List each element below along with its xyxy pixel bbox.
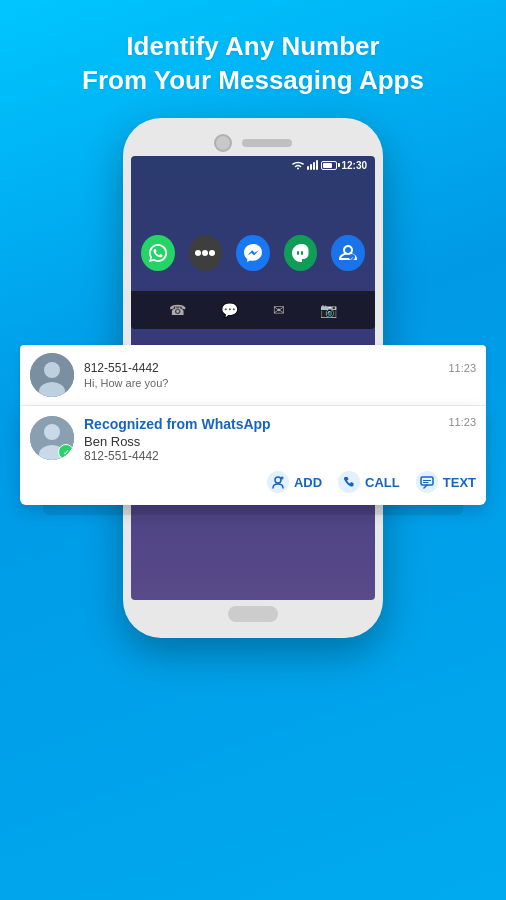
add-icon	[267, 471, 289, 493]
nav-mail-icon: ✉	[273, 302, 285, 318]
notif1-time: 11:23	[448, 362, 476, 374]
battery-icon	[321, 161, 337, 170]
notification-shadow	[43, 505, 462, 515]
app-icons-row: ✓	[131, 175, 375, 291]
wifi-icon	[292, 160, 304, 170]
hangouts-icon[interactable]	[284, 235, 318, 271]
svg-point-1	[202, 250, 208, 256]
headline-line1: Identify Any Number	[126, 31, 379, 61]
avatar-image-1	[30, 353, 74, 397]
svg-rect-3	[297, 251, 299, 255]
contact-number: 812-551-4442	[84, 449, 438, 463]
phone-nav-bar: ☎ 💬 ✉ 📷	[131, 291, 375, 329]
phone-home-button[interactable]	[228, 606, 278, 622]
phone-top-bar	[131, 128, 375, 156]
card2-header: ✓ Recognized from WhatsApp Ben Ross 812-…	[30, 416, 476, 463]
call-label: CALL	[365, 475, 400, 490]
call-button[interactable]: CALL	[338, 471, 400, 493]
whatsapp-icon[interactable]	[141, 235, 175, 271]
nav-phone-icon: ☎	[169, 302, 186, 318]
avatar-2: ✓	[30, 416, 74, 460]
status-icons	[292, 160, 337, 170]
svg-rect-4	[301, 251, 303, 255]
contact-name: Ben Ross	[84, 434, 438, 449]
notif1-content: 812-551-4442 11:23 Hi, How are you?	[84, 361, 476, 389]
text-icon	[416, 471, 438, 493]
headline: Identify Any Number From Your Messaging …	[62, 30, 444, 98]
notif1-message: Hi, How are you?	[84, 377, 476, 389]
signal-icon	[307, 160, 318, 170]
notif1-header: 812-551-4442 11:23	[84, 361, 476, 375]
svg-text:✓: ✓	[350, 255, 354, 261]
notif1-phone: 812-551-4442	[84, 361, 159, 375]
avatar-1	[30, 353, 74, 397]
recognized-from-label: Recognized from WhatsApp	[84, 416, 438, 432]
text-button[interactable]: TEXT	[416, 471, 476, 493]
svg-point-2	[209, 250, 215, 256]
card2-time: 11:23	[448, 416, 476, 428]
add-button[interactable]: ADD	[267, 471, 322, 493]
add-label: ADD	[294, 475, 322, 490]
nav-camera-icon: 📷	[320, 302, 337, 318]
svg-point-9	[44, 362, 60, 378]
nav-message-icon: 💬	[221, 302, 238, 318]
svg-point-12	[44, 424, 60, 440]
notifications-overlay: 812-551-4442 11:23 Hi, How are you? ✓	[20, 345, 486, 515]
notification-card-1: 812-551-4442 11:23 Hi, How are you?	[20, 345, 486, 406]
dots-app-icon[interactable]	[189, 235, 223, 271]
card2-title-block: Recognized from WhatsApp Ben Ross 812-55…	[84, 416, 438, 463]
notification-card-2: ✓ Recognized from WhatsApp Ben Ross 812-…	[20, 406, 486, 505]
whatsapp-badge: ✓	[58, 444, 74, 460]
text-label: TEXT	[443, 475, 476, 490]
svg-point-0	[195, 250, 201, 256]
call-icon	[338, 471, 360, 493]
status-time: 12:30	[341, 160, 367, 171]
truecaller-icon[interactable]: ✓	[331, 235, 365, 271]
whatsapp-badge-icon: ✓	[63, 448, 70, 457]
messenger-icon[interactable]	[236, 235, 270, 271]
svg-point-14	[275, 477, 281, 483]
phone-camera	[214, 134, 232, 152]
action-buttons: ADD CALL	[30, 471, 476, 493]
phone-speaker	[242, 139, 292, 147]
status-bar: 12:30	[131, 156, 375, 175]
headline-line2: From Your Messaging Apps	[82, 65, 424, 95]
